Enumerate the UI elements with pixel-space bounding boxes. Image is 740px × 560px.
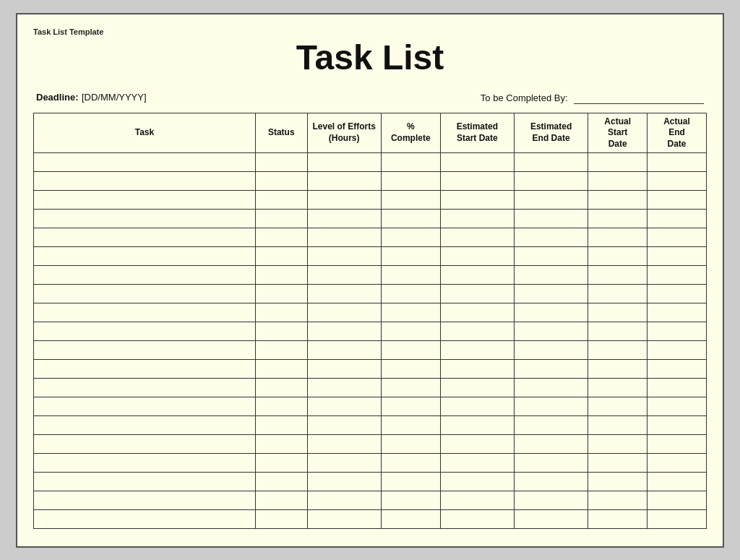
completed-by-section: To be Completed By: <box>481 90 704 104</box>
cell-task <box>34 360 256 379</box>
col-task: Task <box>34 113 256 153</box>
cell-status <box>255 360 307 379</box>
cell-actual_start_date <box>588 191 648 210</box>
cell-pct_complete <box>381 247 440 266</box>
cell-pct_complete <box>381 491 440 510</box>
cell-pct_complete <box>381 454 440 473</box>
cell-est_end_date <box>514 172 588 191</box>
cell-actual_end_date <box>648 172 707 191</box>
cell-level_of_efforts <box>307 172 381 191</box>
cell-task <box>34 454 256 473</box>
cell-task <box>34 510 256 529</box>
table-row <box>34 397 707 416</box>
completed-by-label: To be Completed By: <box>481 92 568 103</box>
cell-level_of_efforts <box>307 360 381 379</box>
cell-level_of_efforts <box>307 510 381 529</box>
cell-task <box>34 266 256 285</box>
cell-status <box>255 397 307 416</box>
cell-actual_start_date <box>588 510 648 529</box>
cell-level_of_efforts <box>307 379 381 397</box>
cell-status <box>255 172 307 191</box>
cell-level_of_efforts <box>307 210 381 228</box>
cell-pct_complete <box>381 172 440 191</box>
table-row <box>34 360 707 379</box>
col-status: Status <box>255 113 307 153</box>
table-row <box>34 172 707 191</box>
cell-actual_end_date <box>648 416 707 435</box>
cell-task <box>34 303 256 322</box>
cell-status <box>255 247 307 266</box>
cell-actual_end_date <box>648 322 707 341</box>
cell-level_of_efforts <box>307 397 381 416</box>
table-row <box>34 266 707 285</box>
cell-pct_complete <box>381 473 440 491</box>
cell-task <box>34 247 256 266</box>
cell-est_start_date <box>440 153 514 172</box>
cell-pct_complete <box>381 379 440 397</box>
cell-pct_complete <box>381 397 440 416</box>
cell-level_of_efforts <box>307 153 381 172</box>
table-row <box>34 247 707 266</box>
cell-actual_start_date <box>588 341 648 360</box>
cell-actual_end_date <box>648 397 707 416</box>
cell-est_start_date <box>440 416 514 435</box>
table-header-row: Task Status Level of Efforts(Hours) %Com… <box>34 113 707 153</box>
table-row <box>34 285 707 303</box>
cell-est_start_date <box>440 247 514 266</box>
cell-pct_complete <box>381 322 440 341</box>
cell-pct_complete <box>381 191 440 210</box>
cell-actual_start_date <box>588 172 648 191</box>
cell-est_start_date <box>440 303 514 322</box>
completed-by-line <box>574 90 704 104</box>
cell-level_of_efforts <box>307 416 381 435</box>
cell-est_start_date <box>440 379 514 397</box>
cell-actual_start_date <box>588 247 648 266</box>
cell-task <box>34 397 256 416</box>
table-row <box>34 322 707 341</box>
cell-est_end_date <box>514 341 588 360</box>
col-est-end-date: EstimatedEnd Date <box>514 113 588 153</box>
cell-actual_end_date <box>648 191 707 210</box>
cell-status <box>255 454 307 473</box>
cell-actual_end_date <box>648 491 707 510</box>
cell-level_of_efforts <box>307 285 381 303</box>
cell-task <box>34 473 256 491</box>
cell-est_end_date <box>514 285 588 303</box>
cell-actual_start_date <box>588 360 648 379</box>
cell-actual_start_date <box>588 416 648 435</box>
cell-actual_end_date <box>648 379 707 397</box>
cell-est_end_date <box>514 266 588 285</box>
cell-status <box>255 266 307 285</box>
table-row <box>34 435 707 454</box>
table-row <box>34 510 707 529</box>
cell-actual_start_date <box>588 285 648 303</box>
cell-level_of_efforts <box>307 435 381 454</box>
cell-level_of_efforts <box>307 322 381 341</box>
cell-est_start_date <box>440 473 514 491</box>
cell-est_start_date <box>440 397 514 416</box>
cell-status <box>255 303 307 322</box>
deadline-value: [DD/MM/YYYY] <box>82 92 147 103</box>
cell-est_end_date <box>514 322 588 341</box>
cell-task <box>34 379 256 397</box>
cell-actual_start_date <box>588 228 648 247</box>
cell-actual_end_date <box>648 435 707 454</box>
table-row <box>34 191 707 210</box>
cell-est_start_date <box>440 266 514 285</box>
col-pct-complete: %Complete <box>381 113 440 153</box>
cell-est_start_date <box>440 285 514 303</box>
cell-est_start_date <box>440 510 514 529</box>
cell-actual_start_date <box>588 266 648 285</box>
cell-est_end_date <box>514 454 588 473</box>
cell-pct_complete <box>381 210 440 228</box>
cell-actual_end_date <box>648 473 707 491</box>
cell-est_end_date <box>514 491 588 510</box>
cell-status <box>255 491 307 510</box>
cell-status <box>255 210 307 228</box>
col-actual-end-date: ActualEndDate <box>648 113 707 153</box>
cell-level_of_efforts <box>307 247 381 266</box>
cell-est_start_date <box>440 360 514 379</box>
cell-est_start_date <box>440 491 514 510</box>
cell-actual_start_date <box>588 379 648 397</box>
cell-est_end_date <box>514 416 588 435</box>
